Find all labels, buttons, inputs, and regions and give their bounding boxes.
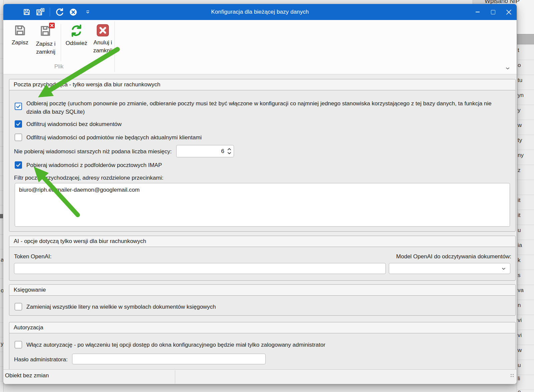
status-bar: Obiekt bez zmian [3, 369, 517, 384]
checkbox-receive-mail-label: Odbieraj pocztę (uruchom ponownie po zmi… [26, 99, 505, 116]
section-incoming-mail-title: Poczta przychodząca - tylko wersja dla b… [9, 79, 515, 90]
status-text: Obiekt bez zmian [5, 372, 49, 379]
ribbon-group-label: Plik [3, 63, 114, 70]
window-controls [470, 4, 517, 20]
ribbon: Zapisz Zapisz i zamknij [3, 20, 517, 74]
ribbon-collapse-icon[interactable] [503, 64, 512, 73]
openai-model-label: Model OpenAI do odczytywania dokumentów: [396, 253, 511, 260]
checkbox-filter-no-documents-label: Odfiltruj wiadomości bez dokumentów [26, 120, 121, 128]
save-and-close-button[interactable]: Zapisz i zamknij [32, 22, 59, 56]
openai-model-dropdown[interactable] [389, 263, 510, 274]
section-accounting: Księgowanie Zamieniaj wszystkie litery n… [9, 284, 516, 316]
checkbox-imap-subfolders-label: Pobieraj wiadomości z podfolderów poczto… [26, 161, 162, 169]
admin-password-label: Hasło administratora: [14, 356, 68, 363]
resize-grip[interactable] [511, 374, 514, 377]
spinner-arrows-icon[interactable] [227, 147, 232, 156]
checkbox-enable-authorization[interactable] [15, 341, 22, 348]
checkbox-enable-authorization-label: Włącz autoryzację - po włączeniu tej opc… [26, 341, 325, 349]
months-label: Nie pobieraj wiadomosci starszych niż po… [14, 148, 172, 155]
cancel-icon [96, 24, 109, 37]
section-authorization-title: Autoryzacja [9, 322, 515, 333]
save-and-close-button-label: Zapisz i zamknij [32, 40, 59, 56]
cancel-and-close-button[interactable]: Anuluj i zamknij [89, 22, 116, 55]
maximize-button[interactable] [485, 4, 501, 20]
section-authorization: Autoryzacja Włącz autoryzację - po włącz… [9, 322, 516, 370]
checkbox-filter-non-clients[interactable] [15, 134, 22, 141]
save-and-close-icon [39, 24, 52, 38]
save-icon[interactable] [23, 8, 31, 16]
openai-token-label: Token OpenAI: [14, 253, 51, 260]
title-bar[interactable]: Konfiguracja dla bieżącej bazy danych [3, 4, 517, 20]
background-grid-header [517, 34, 534, 44]
config-dialog-window: Konfiguracja dla bieżącej bazy danych [3, 4, 517, 384]
section-ai: AI - opcje dotyczą tylko wersji dla biur… [9, 236, 516, 281]
checkbox-receive-mail[interactable] [15, 103, 22, 110]
cancel-icon[interactable] [69, 8, 77, 16]
section-incoming-mail: Poczta przychodząca - tylko wersja dla b… [9, 79, 516, 232]
months-value: 6 [221, 148, 224, 155]
refresh-button-label: Odśwież [65, 39, 87, 47]
toolbar-separator [50, 8, 50, 16]
section-accounting-title: Księgowanie [9, 285, 515, 296]
mail-filter-label: Filtr poczty przychodzącej, adresy rozdz… [14, 175, 164, 181]
save-button[interactable]: Zapisz [9, 22, 31, 47]
save-icon [13, 24, 27, 37]
checkbox-filter-no-documents[interactable] [15, 120, 22, 128]
refresh-icon [69, 24, 83, 38]
close-button[interactable] [501, 4, 517, 20]
cancel-and-close-button-label: Anuluj i zamknij [89, 39, 116, 55]
refresh-icon[interactable] [55, 8, 64, 17]
background-fragment-bar [0, 214, 3, 218]
save-button-label: Zapisz [12, 39, 28, 47]
checkbox-uppercase-symbols[interactable] [15, 303, 22, 310]
screen: aoys totuynywtynyzitituiaksvanviviwulie … [0, 0, 534, 392]
save-and-close-icon[interactable] [36, 8, 45, 16]
months-spinner[interactable]: 6 [176, 145, 234, 157]
section-ai-title: AI - opcje dotyczą tylko wersji dla biur… [9, 236, 515, 247]
status-divider [175, 370, 175, 384]
openai-token-input[interactable] [14, 263, 386, 274]
checkbox-filter-non-clients-label: Odfiltruj wiadomości od podmiotów nie bę… [26, 133, 202, 142]
quick-access-toolbar [23, 4, 90, 20]
toolbar-dropdown-icon[interactable] [85, 9, 90, 15]
minimize-button[interactable] [470, 4, 485, 20]
chevron-down-icon [501, 266, 507, 272]
mail-filter-textarea[interactable]: biuro@riph.eu,mailer-daemon@googlemail.c… [15, 183, 510, 227]
refresh-button[interactable]: Odśwież [63, 22, 89, 47]
admin-password-input[interactable] [72, 354, 266, 364]
background-window-right: totuynywtynyzitituiaksvanviviwulie [517, 0, 534, 392]
checkbox-uppercase-symbols-label: Zamieniaj wszystkie litery na wielkie w … [26, 303, 216, 311]
checkbox-imap-subfolders[interactable] [15, 161, 22, 169]
